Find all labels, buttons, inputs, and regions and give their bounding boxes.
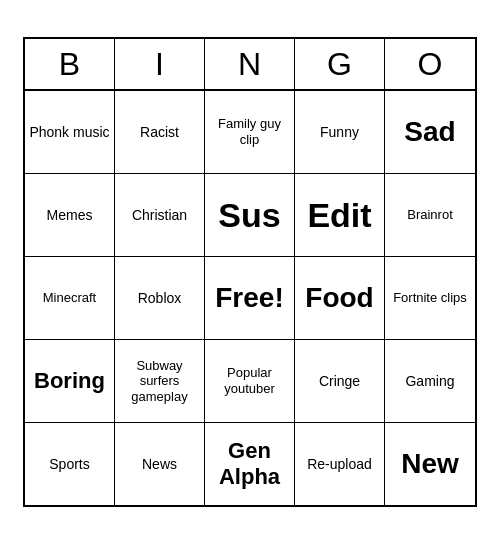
header-letter-N: N [205,39,295,89]
bingo-cell-3-1: Subway surfers gameplay [115,340,205,422]
bingo-grid: Phonk musicRacistFamily guy clipFunnySad… [25,91,475,505]
bingo-cell-1-2: Sus [205,174,295,256]
bingo-row-2: MinecraftRobloxFree!FoodFortnite clips [25,257,475,340]
bingo-cell-1-0: Memes [25,174,115,256]
bingo-cell-4-0: Sports [25,423,115,505]
bingo-row-0: Phonk musicRacistFamily guy clipFunnySad [25,91,475,174]
bingo-cell-2-2: Free! [205,257,295,339]
bingo-cell-1-4: Brainrot [385,174,475,256]
bingo-cell-2-3: Food [295,257,385,339]
bingo-cell-3-0: Boring [25,340,115,422]
bingo-cell-3-4: Gaming [385,340,475,422]
bingo-cell-0-0: Phonk music [25,91,115,173]
bingo-row-3: BoringSubway surfers gameplayPopular you… [25,340,475,423]
bingo-cell-1-1: Christian [115,174,205,256]
bingo-cell-4-3: Re-upload [295,423,385,505]
bingo-cell-2-0: Minecraft [25,257,115,339]
header-letter-I: I [115,39,205,89]
bingo-cell-0-3: Funny [295,91,385,173]
bingo-cell-1-3: Edit [295,174,385,256]
bingo-cell-2-4: Fortnite clips [385,257,475,339]
bingo-cell-0-4: Sad [385,91,475,173]
bingo-cell-0-1: Racist [115,91,205,173]
bingo-cell-3-3: Cringe [295,340,385,422]
bingo-cell-4-2: Gen Alpha [205,423,295,505]
bingo-cell-3-2: Popular youtuber [205,340,295,422]
bingo-cell-2-1: Roblox [115,257,205,339]
bingo-card: BINGO Phonk musicRacistFamily guy clipFu… [23,37,477,507]
header-letter-B: B [25,39,115,89]
bingo-header: BINGO [25,39,475,91]
header-letter-O: O [385,39,475,89]
bingo-cell-4-1: News [115,423,205,505]
bingo-row-1: MemesChristianSusEditBrainrot [25,174,475,257]
bingo-cell-4-4: New [385,423,475,505]
bingo-cell-0-2: Family guy clip [205,91,295,173]
header-letter-G: G [295,39,385,89]
bingo-row-4: SportsNewsGen AlphaRe-uploadNew [25,423,475,505]
